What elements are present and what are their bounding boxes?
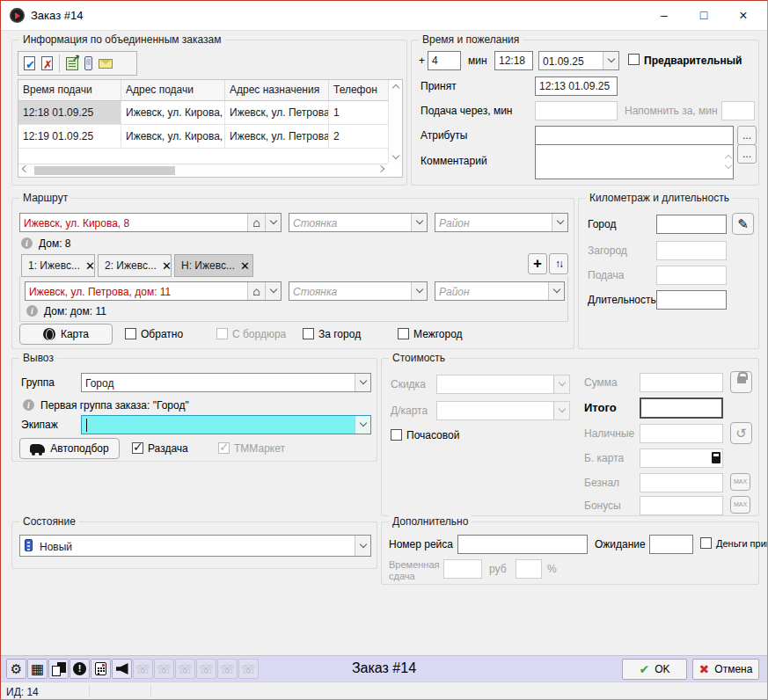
maximize-button[interactable]: □ (689, 1, 719, 30)
hscroll-thumb[interactable] (34, 166, 175, 175)
chevron-down-icon[interactable] (411, 214, 427, 231)
tab-close-icon[interactable]: ✕ (85, 259, 95, 273)
bonus-max-button[interactable]: MAX (730, 496, 750, 514)
to-address-combo[interactable]: Ижевск, ул. Петрова, дом: 11 ⌂ (25, 281, 282, 301)
scroll-left-icon[interactable] (18, 164, 33, 177)
from-stand-combo[interactable]: Стоянка (289, 213, 428, 232)
column-header[interactable]: Телефон (329, 80, 389, 101)
column-header[interactable]: Время подачи (18, 80, 121, 101)
distribution-checkbox[interactable] (132, 442, 143, 454)
minutes-offset-input[interactable]: 4 (428, 51, 461, 70)
cell-phone[interactable]: 2 (329, 125, 389, 149)
comment-more-button[interactable]: ... (737, 144, 757, 164)
from-district-combo[interactable]: Район (435, 213, 568, 232)
ok-button[interactable]: ✔ OK (622, 659, 687, 680)
from-address-combo[interactable]: Ижевск, ул. Кирова, 8 ⌂ (19, 213, 282, 232)
house-icon[interactable]: ⌂ (247, 214, 265, 231)
send-message-icon[interactable] (99, 59, 113, 69)
cell-from[interactable]: Ижевск, ул. Кирова, ... (121, 125, 225, 149)
tab-close-icon[interactable]: ✕ (240, 259, 250, 273)
chevron-down-icon[interactable] (355, 374, 370, 391)
chevron-down-icon[interactable] (553, 376, 569, 393)
time-input[interactable]: 12:18 (494, 51, 533, 70)
city-km-input[interactable] (656, 215, 727, 234)
column-header[interactable]: Адрес назначения (225, 80, 329, 101)
lock-icon[interactable] (730, 371, 752, 393)
refresh-icon[interactable]: ↺ (730, 422, 752, 444)
delete-order-icon[interactable]: ✗ (41, 56, 53, 70)
out-of-town-checkbox[interactable] (303, 328, 314, 339)
dcard-combo[interactable] (436, 401, 570, 420)
hourly-checkbox[interactable] (391, 429, 402, 441)
auto-select-button[interactable]: Автоподбор (19, 438, 120, 459)
chevron-down-icon[interactable] (265, 214, 281, 231)
chevron-down-icon[interactable] (355, 416, 370, 434)
scroll-down-icon[interactable] (389, 150, 403, 164)
cashless-max-button[interactable]: MAX (730, 473, 750, 491)
open-order-icon[interactable]: ↗ (66, 57, 78, 70)
intercity-checkbox[interactable] (398, 328, 409, 339)
total-input[interactable] (640, 397, 723, 419)
spin-down-icon[interactable] (726, 156, 731, 173)
reorder-stops-button[interactable]: ↑↓ (549, 253, 568, 274)
temp-change-pct-input[interactable] (516, 559, 542, 579)
minimize-button[interactable]: – (649, 1, 679, 30)
crew-combo[interactable] (81, 415, 371, 434)
suburb-km-input[interactable] (656, 241, 727, 260)
route-tab-last[interactable]: Н: Ижевс... ✕ (174, 254, 253, 277)
pencil-icon[interactable]: ✎ (732, 213, 754, 235)
bank-card-icon[interactable] (712, 452, 720, 463)
duration-input[interactable] (656, 290, 727, 310)
table-hscrollbar[interactable] (18, 164, 388, 177)
money-accepted-checkbox[interactable] (700, 537, 712, 549)
cell-to[interactable]: Ижевск, ул. Петрова... (225, 101, 329, 125)
scroll-up-icon[interactable] (389, 80, 403, 93)
cell-time[interactable]: 12:19 01.09.25 (18, 125, 121, 149)
add-stop-button[interactable]: + (528, 253, 547, 274)
accepted-input[interactable]: 12:13 01.09.25 (535, 77, 618, 96)
attributes-more-button[interactable]: ... (737, 126, 757, 145)
supply-km-input[interactable] (656, 266, 727, 285)
attributes-input[interactable] (535, 126, 734, 145)
route-tab-1[interactable]: 1: Ижевс... ✕ (21, 254, 95, 277)
flight-input[interactable] (457, 535, 588, 554)
chevron-down-icon[interactable] (411, 282, 427, 300)
cancel-button[interactable]: ✖ Отмена (692, 659, 759, 680)
temp-change-rub-input[interactable] (443, 559, 482, 579)
cell-to[interactable]: Ижевск, ул. Петрова... (225, 125, 329, 149)
date-combo[interactable]: 01.09.25 (538, 51, 619, 70)
chevron-down-icon[interactable] (603, 52, 618, 69)
tmmarket-checkbox[interactable] (218, 442, 230, 454)
state-combo[interactable]: Новый (19, 535, 371, 557)
cell-time[interactable]: 12:18 01.09.25 (18, 101, 121, 125)
chevron-down-icon[interactable] (553, 402, 569, 419)
to-district-combo[interactable]: Район (435, 281, 565, 301)
back-checkbox[interactable] (125, 328, 136, 339)
to-stand-combo[interactable]: Стоянка (289, 281, 428, 301)
close-button[interactable]: × (728, 1, 758, 30)
map-button[interactable]: Карта (19, 324, 113, 345)
route-tab-2[interactable]: 2: Ижевс... ✕ (98, 254, 172, 277)
chevron-down-icon[interactable] (355, 536, 370, 556)
column-header[interactable]: Адрес подачи (121, 80, 225, 101)
bcard-input[interactable] (640, 448, 723, 468)
scroll-right-icon[interactable] (374, 164, 388, 177)
remind-input[interactable] (721, 101, 755, 120)
house-icon[interactable]: ⌂ (247, 282, 265, 300)
call-client-icon[interactable] (84, 56, 92, 70)
chevron-down-icon[interactable] (552, 214, 567, 231)
confirm-order-icon[interactable]: ✔ (24, 56, 35, 70)
chevron-down-icon[interactable] (265, 282, 281, 300)
curb-checkbox[interactable] (216, 328, 228, 339)
sum-input[interactable] (640, 373, 723, 392)
wait-input[interactable] (649, 535, 693, 554)
cashless-input[interactable] (640, 473, 723, 492)
tab-close-icon[interactable]: ✕ (162, 259, 172, 273)
cell-from[interactable]: Ижевск, ул. Кирова, 8 (121, 101, 225, 125)
group-combo[interactable]: Город (81, 373, 371, 392)
table-vscrollbar[interactable] (388, 80, 402, 164)
chevron-down-icon[interactable] (548, 282, 564, 300)
cell-phone[interactable]: 1 (329, 101, 389, 125)
discount-combo[interactable] (436, 375, 570, 394)
cash-input[interactable] (640, 424, 723, 443)
